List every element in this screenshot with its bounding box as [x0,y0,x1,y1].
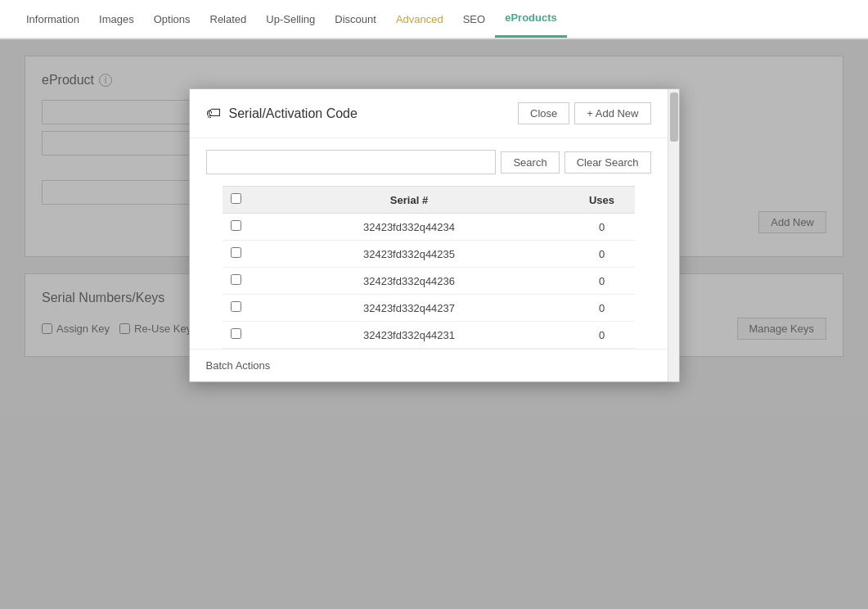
row-checkbox-3[interactable] [231,301,241,312]
select-all-checkbox[interactable] [231,193,241,204]
serial-table: Serial # Uses 32423fd332q44234032423fd33… [223,186,635,349]
modal-inner: 🏷 Serial/Activation Code Close + Add New… [190,89,679,381]
col-uses-header: Uses [569,187,635,214]
content-area: eProduct i Browse Browse Browse Add New … [0,39,868,609]
modal-header-actions: Close + Add New [518,102,651,124]
clear-search-button[interactable]: Clear Search [564,151,651,174]
tab-eproducts[interactable]: eProducts [495,0,567,38]
table-row: 32423fd332q442350 [223,241,635,268]
tab-seo[interactable]: SEO [453,2,495,37]
row-checkbox-1[interactable] [231,247,241,258]
row-checkbox-cell [223,241,250,268]
modal-scroll-thumb[interactable] [670,92,678,142]
tab-information[interactable]: Information [16,2,89,37]
table-header-row: Serial # Uses [223,187,635,214]
close-button[interactable]: Close [518,102,569,124]
table-row: 32423fd332q442360 [223,268,635,295]
tag-icon: 🏷 [206,105,221,122]
row-checkbox-cell [223,322,250,349]
tab-related[interactable]: Related [200,2,257,37]
modal-scrollbar[interactable] [668,89,679,381]
tab-up-selling[interactable]: Up-Selling [256,2,325,37]
table-row: 32423fd332q442370 [223,295,635,322]
uses-cell: 0 [569,295,635,322]
row-checkbox-cell [223,268,250,295]
modal-title: Serial/Activation Code [229,106,358,121]
serial-activation-modal: 🏷 Serial/Activation Code Close + Add New… [189,88,680,382]
serial-cell: 32423fd332q44231 [250,322,569,349]
modal-header-left: 🏷 Serial/Activation Code [206,105,358,122]
table-container: Serial # Uses 32423fd332q44234032423fd33… [190,186,668,349]
modal-footer: Batch Actions [190,349,668,381]
row-checkbox-2[interactable] [231,274,241,285]
top-navigation: Information Images Options Related Up-Se… [0,0,868,39]
serial-cell: 32423fd332q44234 [250,214,569,241]
tab-advanced[interactable]: Advanced [386,2,453,37]
batch-actions-text: Batch Actions [206,359,271,372]
modal-search-input[interactable] [206,150,497,174]
row-checkbox-4[interactable] [231,328,241,339]
row-checkbox-cell [223,214,250,241]
row-checkbox-0[interactable] [231,220,241,231]
tab-options[interactable]: Options [144,2,200,37]
col-serial-header: Serial # [250,187,569,214]
uses-cell: 0 [569,268,635,295]
uses-cell: 0 [569,214,635,241]
modal-overlay: 🏷 Serial/Activation Code Close + Add New… [0,39,868,609]
modal-header: 🏷 Serial/Activation Code Close + Add New [190,89,668,138]
table-row: 32423fd332q442340 [223,214,635,241]
tab-discount[interactable]: Discount [325,2,386,37]
serial-cell: 32423fd332q44235 [250,241,569,268]
table-body: 32423fd332q44234032423fd332q44235032423f… [223,214,635,349]
table-row: 32423fd332q442310 [223,322,635,349]
tab-images[interactable]: Images [89,2,144,37]
add-new-modal-button[interactable]: + Add New [574,102,650,124]
uses-cell: 0 [569,241,635,268]
serial-cell: 32423fd332q44236 [250,268,569,295]
search-button[interactable]: Search [501,151,559,174]
serial-cell: 32423fd332q44237 [250,295,569,322]
uses-cell: 0 [569,322,635,349]
modal-search: Search Clear Search [190,138,668,186]
row-checkbox-cell [223,295,250,322]
col-check-header [223,187,250,214]
